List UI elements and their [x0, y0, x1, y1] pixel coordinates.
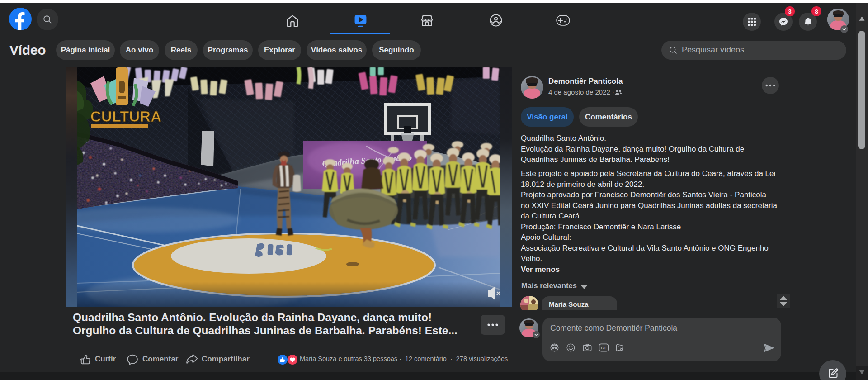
svg-text:GIF: GIF — [601, 346, 607, 350]
svg-text:CULTURA: CULTURA — [90, 108, 161, 125]
